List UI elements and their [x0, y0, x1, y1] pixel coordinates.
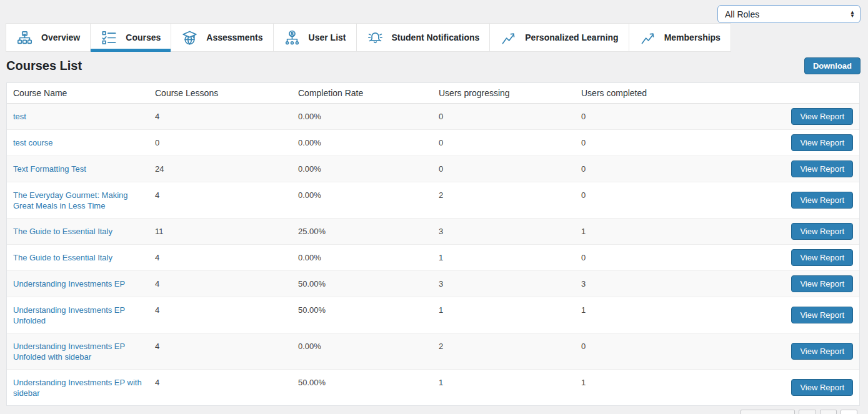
course-name-cell: The Guide to Essential Italy — [7, 245, 149, 271]
table-row: Understanding Investments EP450.00%33Vie… — [7, 271, 859, 297]
completion-rate-cell: 0.00% — [292, 245, 432, 271]
view-report-button[interactable]: View Report — [791, 134, 853, 151]
users-completed-cell: 1 — [575, 297, 719, 333]
course-lessons-cell: 4 — [149, 182, 292, 219]
course-name-cell: Understanding Investments EP — [7, 271, 149, 297]
course-link[interactable]: Understanding Investments EP — [13, 279, 125, 288]
course-link[interactable]: Understanding Investments EP with sideba… — [13, 378, 142, 398]
tab-label: Assessments — [206, 32, 262, 42]
users-progressing-cell: 1 — [432, 245, 575, 271]
completion-rate-cell: 50.00% — [292, 271, 432, 297]
course-lessons-cell: 24 — [149, 156, 292, 182]
users-progressing-cell: 0 — [432, 156, 575, 182]
users-progressing-cell: 1 — [432, 297, 575, 333]
completion-rate-cell: 50.00% — [292, 370, 432, 406]
course-name-cell: Understanding Investments EP with sideba… — [7, 370, 149, 406]
col-users-completed: Users completed — [575, 83, 719, 104]
completion-rate-cell: 0.00% — [292, 104, 432, 130]
page-button-2[interactable]: 2 — [820, 410, 837, 414]
col-course-lessons: Course Lessons — [149, 83, 292, 104]
completion-rate-cell: 0.00% — [292, 333, 432, 370]
course-link[interactable]: test course — [13, 138, 53, 147]
course-lessons-cell: 4 — [149, 297, 292, 333]
users-progressing-cell: 1 — [432, 370, 575, 406]
action-cell: View Report — [719, 130, 859, 156]
tab-label: Overview — [41, 32, 80, 42]
users-completed-cell: 3 — [575, 271, 719, 297]
course-lessons-cell: 4 — [149, 370, 292, 406]
page-button-1[interactable]: 1 — [799, 410, 816, 414]
view-report-button[interactable]: View Report — [791, 192, 853, 209]
tab-user-list[interactable]: User List — [273, 23, 356, 52]
course-link[interactable]: The Everyday Gourmet: Making Great Meals… — [13, 190, 128, 210]
completion-rate-cell: 0.00% — [292, 130, 432, 156]
course-lessons-cell: 4 — [149, 104, 292, 130]
tab-label: Memberships — [664, 32, 721, 42]
action-cell: View Report — [719, 245, 859, 271]
course-link[interactable]: The Guide to Essential Italy — [13, 227, 112, 236]
download-button[interactable]: Download — [804, 57, 861, 74]
users-completed-cell: 1 — [575, 219, 719, 245]
course-link[interactable]: Understanding Investments EP Unfolded — [13, 305, 125, 325]
line-chart-icon — [500, 29, 517, 46]
course-link[interactable]: The Guide to Essential Italy — [13, 253, 112, 262]
previous-page-button[interactable]: « Previous — [741, 410, 795, 414]
checklist-icon — [101, 29, 117, 46]
view-report-button[interactable]: View Report — [791, 249, 853, 266]
view-report-button[interactable]: View Report — [791, 108, 853, 125]
page-button-3[interactable]: 3 — [841, 410, 857, 414]
completion-rate-cell: 50.00% — [292, 297, 432, 333]
users-completed-cell: 0 — [575, 156, 719, 182]
completion-rate-cell: 0.00% — [292, 182, 432, 219]
view-report-button[interactable]: View Report — [791, 307, 853, 323]
top-bar: All Roles ▲▼ — [0, 0, 868, 23]
course-name-cell: test — [7, 104, 149, 130]
tab-student-notifications[interactable]: Student Notifications — [356, 23, 490, 52]
action-cell: View Report — [719, 271, 859, 297]
table-row: Understanding Investments EP with sideba… — [7, 370, 859, 406]
roles-select[interactable]: All Roles ▲▼ — [717, 5, 861, 23]
action-cell: View Report — [719, 370, 859, 406]
table-row: Text Formatting Test240.00%00View Report — [7, 156, 859, 182]
tab-overview[interactable]: Overview — [6, 23, 90, 52]
tab-courses[interactable]: Courses — [90, 23, 171, 52]
col-completion-rate: Completion Rate — [292, 83, 432, 104]
col-users-progressing: Users progressing — [432, 83, 575, 104]
action-cell: View Report — [719, 297, 859, 333]
course-lessons-cell: 4 — [149, 245, 292, 271]
view-report-button[interactable]: View Report — [791, 160, 853, 177]
action-cell: View Report — [719, 333, 859, 370]
view-report-button[interactable]: View Report — [791, 379, 853, 396]
view-report-button[interactable]: View Report — [791, 275, 853, 292]
tab-assessments[interactable]: Assessments — [171, 23, 272, 52]
users-completed-cell: 0 — [575, 104, 719, 130]
table-row: Understanding Investments EP Unfolded450… — [7, 297, 859, 333]
tab-memberships[interactable]: Memberships — [629, 23, 731, 52]
users-completed-cell: 0 — [575, 245, 719, 271]
users-progressing-cell: 0 — [432, 104, 575, 130]
bell-icon — [367, 29, 384, 46]
user-hierarchy-icon — [284, 29, 301, 46]
tab-label: Student Notifications — [392, 32, 480, 42]
course-name-cell: The Guide to Essential Italy — [7, 219, 149, 245]
select-stepper-icon: ▲▼ — [850, 11, 855, 18]
courses-table-container: Course Name Course Lessons Completion Ra… — [6, 82, 860, 406]
course-lessons-cell: 0 — [149, 130, 292, 156]
view-report-button[interactable]: View Report — [791, 343, 853, 360]
users-completed-cell: 0 — [575, 182, 719, 219]
course-link[interactable]: test — [13, 112, 26, 121]
view-report-button[interactable]: View Report — [791, 223, 853, 240]
course-link[interactable]: Text Formatting Test — [13, 164, 86, 174]
action-cell: View Report — [719, 219, 859, 245]
course-link[interactable]: Understanding Investments EP Unfolded wi… — [13, 342, 125, 362]
course-name-cell: Text Formatting Test — [7, 156, 149, 182]
table-header-row: Course Name Course Lessons Completion Ra… — [7, 83, 859, 104]
tab-bar: OverviewCoursesAssessmentsUser ListStude… — [6, 23, 679, 52]
users-progressing-cell: 3 — [432, 219, 575, 245]
tab-personalized-learning[interactable]: Personalized Learning — [489, 23, 628, 52]
line-chart-icon — [639, 29, 656, 46]
tab-label: User List — [309, 32, 346, 42]
tab-label: Courses — [126, 32, 161, 42]
graduation-globe-icon — [181, 29, 198, 46]
action-cell: View Report — [719, 182, 859, 219]
